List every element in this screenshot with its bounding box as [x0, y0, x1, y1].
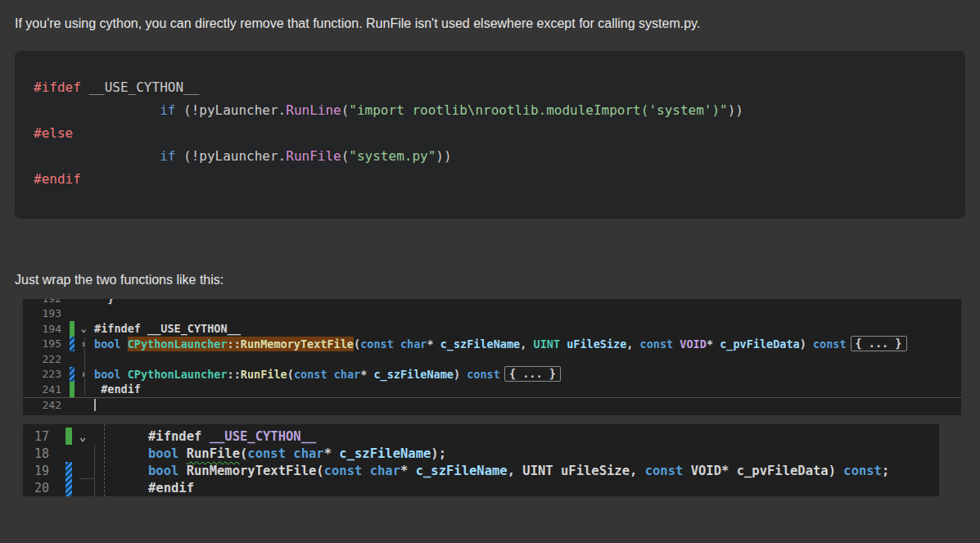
code-line-content: bool CPythonLauncher::RunMemoryTextFile(… — [94, 336, 907, 351]
code-token: ( — [240, 446, 247, 461]
gutter-added-indicator — [70, 321, 75, 337]
code-token: ) — [829, 464, 844, 478]
line-number: 223 — [23, 368, 61, 380]
code-token: :: — [228, 337, 241, 351]
code-line: #ifdef __USE_CYTHON__ — [34, 76, 965, 99]
editor-row-223[interactable]: 223›bool CPythonLauncher::RunFile(const … — [23, 367, 961, 382]
code-token: const char — [360, 337, 427, 351]
code-token: c_pvFileData — [720, 337, 800, 351]
indent-guide — [104, 424, 105, 496]
code-token: ) — [454, 368, 467, 381]
code-token: bool — [148, 464, 187, 478]
editor-row-195[interactable]: 195›bool CPythonLauncher::RunMemoryTextF… — [23, 337, 961, 352]
code-token: c_szFileName — [440, 337, 521, 351]
chevron-down-icon[interactable]: ⌄ — [77, 323, 90, 334]
fold-guide — [94, 445, 95, 496]
chevron-down-icon[interactable]: ⌄ — [76, 430, 89, 443]
code-token: * — [707, 337, 720, 351]
code-token: #ifndef __USE_CYTHON__ — [94, 322, 241, 335]
code-token: bool — [148, 446, 187, 461]
code-token: "system.py" — [349, 148, 436, 164]
line-number: 18 — [23, 446, 49, 461]
code-token: (!pyLauncher. — [175, 148, 286, 164]
code-token: RunFile — [187, 446, 240, 461]
code-token: const — [813, 337, 847, 351]
editor-row-20[interactable]: 20#endif — [23, 479, 939, 496]
code-token: const char — [294, 368, 360, 381]
gutter — [70, 398, 75, 414]
code-token: const char — [247, 446, 323, 461]
code-token: * — [400, 464, 416, 478]
editor-screenshot-2[interactable]: 17⌄#ifndef __USE_CYTHON__18bool RunFile(… — [23, 424, 939, 496]
code-line-content: bool RunMemoryTextFile(const char* c_szF… — [89, 464, 889, 478]
gutter — [70, 299, 75, 306]
code-token: ( — [354, 337, 360, 351]
code-token: __USE_CYTHON__ — [210, 429, 317, 444]
line-number: 17 — [23, 429, 49, 444]
code-token: VOID — [680, 337, 707, 351]
editor-row-242[interactable]: 242 — [23, 397, 961, 414]
editor-row-193[interactable]: 193 — [23, 306, 961, 322]
editor-row-192[interactable]: 192 } — [23, 299, 961, 306]
code-token: "import rootlib\nrootlib.moduleImport('s… — [349, 102, 727, 118]
editor-row-19[interactable]: 19bool RunMemoryTextFile(const char* c_s… — [23, 462, 939, 479]
code-token: const — [645, 464, 691, 478]
code-token: #endif — [94, 382, 141, 396]
text-cursor — [94, 399, 96, 411]
code-token: #endif — [34, 171, 81, 187]
code-token: RunMemoryTextFile — [187, 464, 317, 478]
code-token: )) — [728, 102, 743, 118]
editor-row-222[interactable]: 222 — [23, 351, 961, 367]
code-token: UINT — [534, 337, 561, 351]
code-line: #endif — [34, 168, 965, 191]
gutter-added-indicator — [70, 382, 75, 397]
code-line-content: #endif — [94, 382, 141, 396]
code-token: VOID — [691, 464, 721, 478]
code-token: RunFile — [241, 368, 287, 381]
code-line-content — [94, 399, 96, 411]
code-token: RunMemoryTextFile — [241, 337, 354, 351]
editor-row-194[interactable]: 194⌄#ifndef __USE_CYTHON__ — [23, 321, 961, 337]
line-number: 193 — [23, 307, 61, 319]
code-token: bool — [94, 337, 128, 351]
line-number: 195 — [23, 337, 61, 350]
code-token: c_szFileName — [339, 446, 431, 461]
code-token: #ifndef — [148, 429, 210, 444]
code-token: :: — [228, 368, 241, 381]
code-token: const — [843, 464, 882, 478]
code-token: bool — [94, 368, 128, 381]
code-token: #endif — [148, 481, 194, 495]
gutter-modified-indicator — [70, 337, 75, 352]
code-token: , — [508, 464, 523, 478]
line-number: 241 — [23, 383, 61, 396]
code-token: , — [630, 464, 645, 478]
code-token: )) — [436, 148, 451, 164]
code-token: #ifdef — [34, 79, 81, 95]
editor-row-18[interactable]: 18bool RunFile(const char* c_szFileName)… — [23, 445, 939, 462]
code-token: , — [520, 337, 533, 351]
editor-2-rows: 17⌄#ifndef __USE_CYTHON__18bool RunFile(… — [23, 424, 939, 496]
code-token: c_szFileName — [416, 464, 508, 478]
chevron-right-icon[interactable]: › — [77, 338, 90, 350]
code-token: * — [360, 368, 373, 381]
editor-row-17[interactable]: 17⌄#ifndef __USE_CYTHON__ — [23, 428, 939, 445]
code-token: UINT uFileSize — [522, 464, 630, 478]
line-number: 20 — [23, 481, 49, 495]
intro-paragraph: If you're using cython, you can directly… — [15, 0, 965, 31]
code-token: * — [721, 464, 737, 478]
code-token: c_szFileName — [373, 368, 454, 381]
code-block-lines: #ifdef __USE_CYTHON__ if (!pyLauncher.Ru… — [34, 76, 965, 191]
line-number: 192 — [23, 299, 61, 305]
gutter-modified-indicator — [65, 479, 72, 496]
code-token: ( — [341, 102, 350, 118]
code-token: { ... } — [504, 366, 561, 382]
code-token: RunLine — [286, 102, 341, 118]
editor-screenshot-1[interactable]: 192 }193194⌄#ifndef __USE_CYTHON__195›bo… — [23, 299, 961, 415]
editor-row-241[interactable]: 241 #endif — [23, 382, 961, 397]
code-token: __USE_CYTHON__ — [81, 79, 200, 95]
code-line-content: bool RunFile(const char* c_szFileName); — [89, 446, 446, 461]
line-number: 194 — [23, 323, 61, 335]
code-line: if (!pyLauncher.RunLine("import rootlib\… — [34, 99, 965, 122]
gutter — [70, 351, 75, 367]
chevron-right-icon[interactable]: › — [77, 369, 90, 380]
